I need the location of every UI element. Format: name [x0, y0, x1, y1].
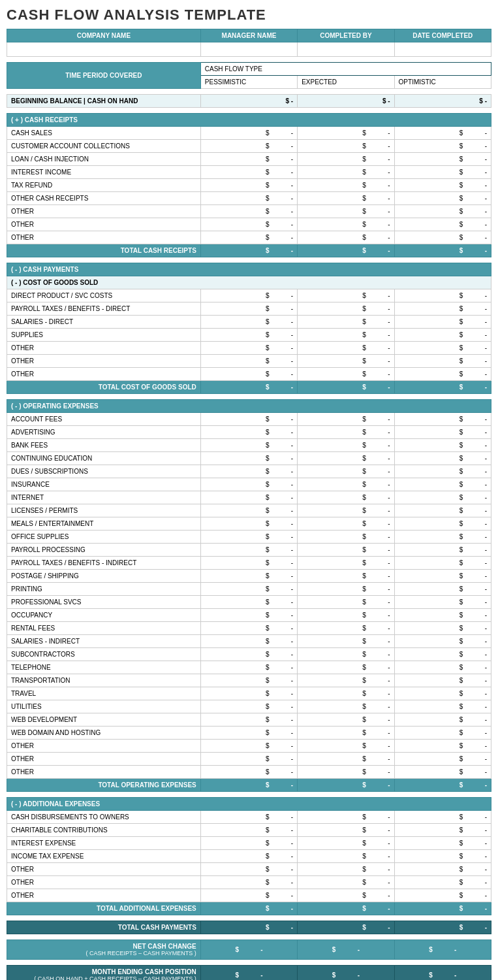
cash-sales-label: CASH SALES: [7, 127, 201, 140]
other-1-expected[interactable]: $ -: [298, 205, 394, 218]
addl-other-2-label: OTHER: [7, 876, 201, 889]
other-2-pessimistic[interactable]: $ -: [200, 218, 297, 231]
meals-entertainment-label: MEALS / ENTERTAINMENT: [7, 517, 201, 531]
direct-product-label: DIRECT PRODUCT / SVC COSTS: [7, 289, 201, 302]
other-1-label: OTHER: [7, 205, 201, 218]
optimistic-header: OPTIMISTIC: [394, 76, 491, 89]
list-item: PAYROLL TAXES / BENEFITS - DIRECT $ - $ …: [7, 302, 491, 316]
manager-name-header: MANAGER NAME: [200, 29, 297, 42]
interest-income-optimistic[interactable]: $ -: [394, 166, 491, 179]
other-cash-receipts-label: OTHER CASH RECEIPTS: [7, 192, 201, 205]
other-3-pessimistic[interactable]: $ -: [200, 231, 297, 244]
loan-cash-expected[interactable]: $ -: [298, 153, 394, 166]
cash-payments-header: ( - ) CASH PAYMENTS: [7, 263, 491, 276]
additional-expenses-header: ( - ) ADDITIONAL EXPENSES: [7, 798, 491, 811]
date-completed-header: DATE COMPLETED: [394, 29, 491, 42]
list-item: POSTAGE / SHIPPING$ -$ -$ -: [7, 570, 491, 583]
occupancy-label: OCCUPANCY: [7, 609, 201, 622]
net-cash-change-label: NET CASH CHANGE ( CASH RECEIPTS – CASH P…: [7, 940, 201, 960]
web-development-label: WEB DEVELOPMENT: [7, 713, 201, 727]
list-item: SUPPLIES $ - $ - $ -: [7, 329, 491, 342]
customer-account-collections-label: CUSTOMER ACCOUNT COLLECTIONS: [7, 140, 201, 153]
interest-income-expected[interactable]: $ -: [298, 166, 394, 179]
beginning-balance-pessimistic[interactable]: $ -: [200, 95, 297, 108]
customer-collections-optimistic[interactable]: $ -: [394, 140, 491, 153]
list-item: SALARIES - DIRECT $ - $ - $ -: [7, 316, 491, 329]
completed-by-input[interactable]: [298, 42, 394, 57]
list-item: MEALS / ENTERTAINMENT$ -$ -$ -: [7, 517, 491, 531]
addl-other-1-label: OTHER: [7, 863, 201, 876]
cash-flow-type-label: CASH FLOW TYPE: [200, 63, 491, 76]
rental-fees-label: RENTAL FEES: [7, 622, 201, 635]
list-item: TRAVEL$ -$ -$ -: [7, 687, 491, 700]
list-item: OTHER $ - $ - $ -: [7, 231, 491, 244]
cash-sales-optimistic[interactable]: $ -: [394, 127, 491, 140]
other-3-optimistic[interactable]: $ -: [394, 231, 491, 244]
cash-sales-pessimistic[interactable]: $ -: [200, 127, 297, 140]
list-item: INTEREST INCOME $ - $ - $ -: [7, 166, 491, 179]
list-item: PRINTING$ -$ -$ -: [7, 583, 491, 596]
other-cash-receipts-pessimistic[interactable]: $ -: [200, 192, 297, 205]
charitable-contributions-label: CHARITABLE CONTRIBUTIONS: [7, 824, 201, 837]
list-item: INCOME TAX EXPENSE$ -$ -$ -: [7, 850, 491, 863]
tax-refund-label: TAX REFUND: [7, 179, 201, 192]
other-1-optimistic[interactable]: $ -: [394, 205, 491, 218]
other-cash-receipts-expected[interactable]: $ -: [298, 192, 394, 205]
other-3-expected[interactable]: $ -: [298, 231, 394, 244]
list-item: PAYROLL TAXES / BENEFITS - INDIRECT$ -$ …: [7, 557, 491, 570]
licenses-permits-label: LICENSES / PERMITS: [7, 504, 201, 517]
postage-shipping-label: POSTAGE / SHIPPING: [7, 570, 201, 583]
expected-header: EXPECTED: [298, 76, 394, 89]
loan-cash-optimistic[interactable]: $ -: [394, 153, 491, 166]
list-item: ACCOUNT FEES$ -$ -$ -: [7, 413, 491, 426]
list-item: DUES / SUBSCRIPTIONS$ -$ -$ -: [7, 465, 491, 478]
tax-refund-expected[interactable]: $ -: [298, 179, 394, 192]
continuing-education-label: CONTINUING EDUCATION: [7, 452, 201, 465]
list-item: INTERNET$ -$ -$ -: [7, 491, 491, 504]
cash-sales-expected[interactable]: $ -: [298, 127, 394, 140]
list-item: CUSTOMER ACCOUNT COLLECTIONS $ - $ - $ -: [7, 140, 491, 153]
advertising-label: ADVERTISING: [7, 426, 201, 439]
list-item: PROFESSIONAL SVCS$ -$ -$ -: [7, 596, 491, 609]
other-3-label: OTHER: [7, 231, 201, 244]
list-item: OTHER $ - $ - $ -: [7, 368, 491, 381]
list-item: OTHER $ - $ - $ -: [7, 355, 491, 368]
customer-collections-expected[interactable]: $ -: [298, 140, 394, 153]
list-item: OTHER$ -$ -$ -: [7, 766, 491, 779]
list-item: OTHER $ - $ - $ -: [7, 218, 491, 231]
tax-refund-pessimistic[interactable]: $ -: [200, 179, 297, 192]
list-item: LICENSES / PERMITS$ -$ -$ -: [7, 504, 491, 517]
list-item: CONTINUING EDUCATION$ -$ -$ -: [7, 452, 491, 465]
other-1-pessimistic[interactable]: $ -: [200, 205, 297, 218]
printing-label: PRINTING: [7, 583, 201, 596]
operating-expenses-header: ( - ) OPERATING EXPENSES: [7, 400, 491, 413]
cogs-other-2-label: OTHER: [7, 355, 201, 368]
list-item: CASH SALES $ - $ - $ -: [7, 127, 491, 140]
list-item: CHARITABLE CONTRIBUTIONS$ -$ -$ -: [7, 824, 491, 837]
beginning-balance-expected[interactable]: $ -: [298, 95, 394, 108]
customer-collections-pessimistic[interactable]: $ -: [200, 140, 297, 153]
other-cash-receipts-optimistic[interactable]: $ -: [394, 192, 491, 205]
cash-disbursements-label: CASH DISBURSEMENTS TO OWNERS: [7, 811, 201, 824]
list-item: WEB DOMAIN AND HOSTING$ -$ -$ -: [7, 727, 491, 740]
professional-svcs-label: PROFESSIONAL SVCS: [7, 596, 201, 609]
subcontractors-label: SUBCONTRACTORS: [7, 648, 201, 661]
manager-name-input[interactable]: [200, 42, 297, 57]
date-completed-input[interactable]: [394, 42, 491, 57]
list-item: OTHER CASH RECEIPTS $ - $ - $ -: [7, 192, 491, 205]
other-2-optimistic[interactable]: $ -: [394, 218, 491, 231]
other-2-expected[interactable]: $ -: [298, 218, 394, 231]
dues-subscriptions-label: DUES / SUBSCRIPTIONS: [7, 465, 201, 478]
interest-income-pessimistic[interactable]: $ -: [200, 166, 297, 179]
list-item: OTHER $ - $ - $ -: [7, 342, 491, 355]
list-item: ADVERTISING$ -$ -$ -: [7, 426, 491, 439]
loan-cash-pessimistic[interactable]: $ -: [200, 153, 297, 166]
payroll-processing-label: PAYROLL PROCESSING: [7, 544, 201, 557]
tax-refund-optimistic[interactable]: $ -: [394, 179, 491, 192]
list-item: BANK FEES$ -$ -$ -: [7, 439, 491, 452]
company-name-input[interactable]: [7, 42, 201, 57]
interest-income-label: INTEREST INCOME: [7, 166, 201, 179]
list-item: OTHER$ -$ -$ -: [7, 753, 491, 766]
beginning-balance-optimistic[interactable]: $ -: [394, 95, 491, 108]
travel-label: TRAVEL: [7, 687, 201, 700]
